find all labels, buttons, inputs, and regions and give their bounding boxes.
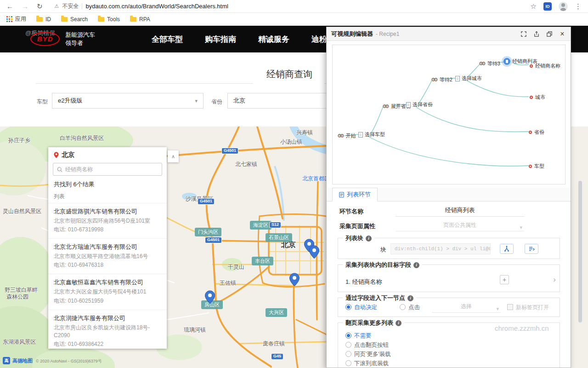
dealer-list-item[interactable]: 北京北方瑞迪汽车服务有限公司 北京市顺义区顺平路空港物流基地16号 电话: 01… — [48, 238, 167, 274]
map-label: 白羊沟自然风景区 — [60, 134, 104, 142]
step-name-input[interactable]: 经销商列表 — [396, 205, 524, 217]
flow-node-start[interactable]: ⚙⚙开始 — [337, 132, 356, 139]
amap-brand: 高德地图 — [12, 357, 33, 364]
page-icon — [406, 102, 411, 108]
back-icon[interactable]: ← — [6, 3, 13, 10]
selected-node-icon — [503, 58, 510, 65]
editor-titlebar: 可视规则编辑器 - Recipe1 × — [327, 27, 571, 41]
dealer-address: 北京市顺义区顺平路空港物流基地16号 — [54, 253, 161, 260]
apps-shortcut[interactable]: 应用 — [6, 15, 26, 23]
info-icon[interactable]: i — [396, 320, 401, 326]
search-icon — [57, 167, 62, 172]
flow-node-wait3[interactable]: ⚙⚙等待3 — [479, 60, 500, 67]
flow-canvas[interactable]: ⚙⚙开始 选择车型 ⚙⚙展开省份 选择省份 ⚙⚙等待2 选择城市 ⚙⚙等待3 经… — [332, 45, 565, 184]
bookmark-folder-search[interactable]: Search — [61, 16, 88, 23]
info-icon[interactable]: i — [413, 262, 419, 268]
nav-item-service[interactable]: 精诚服务 — [258, 34, 289, 45]
radio-no-pagination[interactable]: 不需要 — [345, 332, 372, 340]
dealer-phone: 电话: 010-67319998 — [54, 226, 161, 234]
radio-load-more[interactable]: 同页'更多'装载 — [345, 351, 391, 358]
flow-node-label: 等待2 — [440, 76, 452, 83]
add-field-button[interactable]: + — [500, 275, 509, 284]
map-pin[interactable] — [205, 290, 215, 304]
flow-leaf-model[interactable]: 车型 — [529, 163, 544, 170]
pick-element-button[interactable] — [500, 244, 514, 254]
nav-item-buying-guide[interactable]: 购车指南 — [205, 34, 236, 45]
action-gears-icon: ⚙⚙ — [431, 77, 436, 83]
flow-leaf-province[interactable]: 省份 — [529, 129, 544, 136]
radio-auto-decide[interactable]: 自动决定 — [345, 304, 377, 311]
list-preview-button[interactable] — [525, 244, 538, 254]
fullscreen-icon[interactable] — [520, 30, 527, 38]
url-text[interactable]: bydauto.com.cn/auto/BrandWorld/SearchDea… — [85, 3, 228, 10]
result-count: 共找到 6个结果 — [48, 176, 167, 190]
address-bar[interactable]: ⚠ 不安全 bydauto.com.cn/auto/BrandWorld/Sea… — [55, 2, 531, 10]
map-label: 森林公园 — [6, 293, 28, 301]
flow-node-select-city[interactable]: 选择城市 — [455, 75, 482, 82]
flow-node-select-province[interactable]: 选择省份 — [406, 101, 433, 108]
panel-collapse-button[interactable]: ∧ — [168, 150, 179, 162]
radio-click[interactable]: 点击 — [400, 304, 420, 311]
reload-icon[interactable]: ↻ — [37, 3, 43, 10]
duplicate-icon[interactable] — [546, 30, 553, 38]
info-icon[interactable]: i — [366, 236, 372, 242]
dealer-list-item[interactable]: 北京润捷汽车服务有限公司 北京市房山区良乡凯旋大街建设路18号-C2090 电话… — [48, 310, 167, 349]
collapse-up-icon: ∧ — [171, 154, 175, 160]
bookmark-label: Tools — [107, 16, 120, 23]
profile-avatar[interactable] — [559, 2, 568, 11]
map-attribution: 高 高德地图 © 2020 AutoNavi - GS(2019)6379号 — [3, 357, 102, 364]
map-pin[interactable] — [309, 245, 319, 259]
nav-item-models[interactable]: 全部车型 — [152, 34, 183, 45]
radio-click-next-page[interactable]: 点击翻页按钮 — [345, 341, 389, 349]
close-icon[interactable]: × — [559, 30, 566, 38]
amap-logo-icon: 高 — [3, 357, 10, 364]
field-dot-icon — [529, 131, 532, 134]
dealer-search-input[interactable] — [65, 166, 158, 172]
page-attr-select[interactable]: 页面公共属性 ▾ — [396, 219, 524, 231]
dealer-name: 北京盛世路骐汽车销售有限公司 — [54, 207, 161, 216]
flow-leaf-label: 省份 — [534, 129, 544, 136]
road-shield: G4501 — [198, 198, 215, 205]
list-step-icon — [339, 192, 344, 198]
target-field-item[interactable]: 1. 经销商名称 — [345, 278, 382, 286]
bookmark-star-icon[interactable]: ☆ — [531, 3, 537, 10]
dealer-list-item[interactable]: 北京鑫敏恒嘉鑫汽车销售有限公司 北京市大兴区金服大街5号院4号楼101 电话: … — [48, 274, 167, 309]
flow-leaf-dealer-name[interactable]: 经销商名称 — [530, 63, 560, 69]
bookmark-folder-rpa[interactable]: RPA — [130, 16, 150, 23]
checkbox-icon — [507, 304, 513, 310]
rule-editor-panel: 可视规则编辑器 - Recipe1 × — [326, 27, 571, 368]
menu-kebab-icon[interactable]: ⋮ — [575, 3, 582, 10]
radio-scroll-to-bottom[interactable]: 下滚到底装载 — [345, 360, 389, 368]
map-pin[interactable] — [289, 273, 300, 287]
model-filter-label: 车型 — [37, 98, 48, 106]
tab-list-step[interactable]: 列表环节 — [332, 188, 378, 201]
flow-leaf-city[interactable]: 城市 — [530, 94, 545, 101]
extension-id-icon[interactable]: ID — [543, 2, 552, 11]
bookmark-folder-id[interactable]: ID — [36, 16, 51, 23]
model-select[interactable]: e2升级版 ▾ — [52, 93, 204, 109]
folder-icon — [36, 17, 43, 22]
chevron-down-icon: ▾ — [520, 222, 522, 233]
section-list-block: 列表块i 块 div:nth-child(1) > div > ul li@0 — [338, 238, 560, 259]
bookmark-label: ID — [45, 16, 51, 23]
radio-icon — [345, 304, 351, 310]
chevron-right-icon[interactable]: › — [553, 275, 556, 284]
block-selector-input[interactable]: div:nth-child(1) > div > ul li@0 — [390, 243, 491, 254]
flow-node-wait2[interactable]: ⚙⚙等待2 — [431, 76, 452, 83]
export-icon[interactable] — [533, 30, 540, 38]
new-tab-checkbox[interactable]: 新标签页打开 — [507, 304, 549, 311]
flow-node-select-model[interactable]: 选择车型 — [358, 131, 385, 138]
byd-logo[interactable]: BYD — [30, 32, 60, 46]
dealer-list-item[interactable]: 北京盛世路骐汽车销售有限公司 北京市朝阳区东四环南路56号D座101室 电话: … — [48, 203, 167, 238]
forward-icon[interactable]: → — [22, 3, 28, 10]
bookmark-folder-tools[interactable]: Tools — [98, 16, 120, 23]
flow-leaf-label: 城市 — [535, 94, 545, 101]
radio-label: 点击翻页按钮 — [354, 342, 389, 348]
radio-icon — [400, 304, 406, 310]
scrollbar-thumb[interactable] — [578, 181, 582, 322]
next-node-select[interactable]: 选择 ▾ — [432, 301, 501, 313]
section-target-fields: 采集列表块内的目标字段i 1. 经销商名称 + › — [338, 264, 560, 292]
map-label: 小汤山镇 — [280, 138, 302, 146]
radio-label: 不需要 — [354, 333, 372, 339]
info-icon[interactable]: i — [407, 295, 413, 301]
